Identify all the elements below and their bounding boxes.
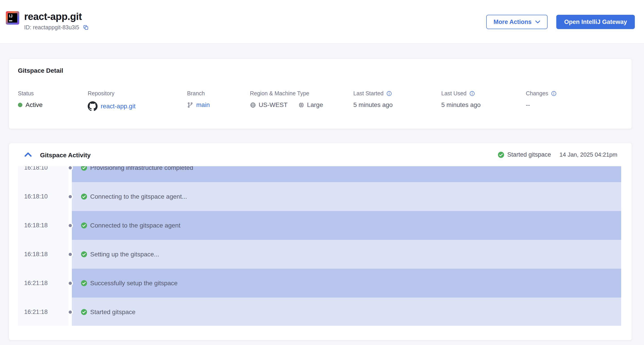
active-status-dot-icon: [18, 103, 22, 107]
last-used-label: Last Used: [441, 90, 466, 97]
check-circle-icon: [81, 166, 87, 171]
detail-col-last-used: Last Used 5 minutes ago: [441, 90, 526, 111]
activity-row: 16:18:18Connected to the gitspace agent: [18, 211, 621, 240]
status-value: Active: [26, 101, 42, 108]
activity-timestamp: 16:18:18: [18, 240, 68, 269]
timeline-dot: [68, 211, 72, 240]
branch-link[interactable]: main: [196, 101, 210, 108]
activity-row: 16:18:10Provisioning infrastructure comp…: [18, 166, 621, 182]
activity-date: 14 Jan, 2025 04:21pm: [560, 151, 617, 158]
activity-row: 16:18:18Setting up the gitspace...: [18, 240, 621, 269]
info-icon[interactable]: [469, 90, 475, 96]
repository-link[interactable]: react-app.git: [101, 103, 136, 110]
more-actions-label: More Actions: [494, 18, 532, 26]
branch-label: Branch: [187, 90, 205, 97]
activity-message: Setting up the gitspace...: [72, 240, 621, 269]
machine-type-value: Large: [307, 101, 323, 108]
activity-message-text: Setting up the gitspace...: [90, 251, 159, 258]
check-circle-icon: [81, 251, 87, 258]
check-circle-icon: [81, 193, 87, 200]
timeline-dot: [68, 182, 72, 211]
last-started-label: Last Started: [353, 90, 384, 97]
copy-icon[interactable]: [83, 24, 89, 30]
activity-log[interactable]: 16:18:10Provisioning infrastructure comp…: [18, 166, 621, 326]
activity-timestamp: 16:18:10: [18, 166, 68, 182]
activity-row: 16:18:10Connecting to the gitspace agent…: [18, 182, 621, 211]
check-circle-icon: [81, 222, 87, 229]
activity-message: Connected to the gitspace agent: [72, 211, 621, 240]
activity-row: 16:21:18Successfully setup the gitspace: [18, 269, 621, 298]
activity-message: Successfully setup the gitspace: [72, 269, 621, 298]
activity-timestamp: 16:18:10: [18, 182, 68, 211]
activity-message: Provisioning infrastructure completed: [72, 166, 621, 182]
page-title: react-app.git: [24, 11, 89, 22]
activity-message-text: Successfully setup the gitspace: [90, 280, 178, 287]
detail-col-region-machine: Region & Machine Type US-WEST: [250, 90, 353, 111]
check-circle-icon: [498, 152, 504, 158]
check-circle-icon: [81, 280, 87, 286]
activity-timestamp: 16:18:18: [18, 211, 68, 240]
last-started-value: 5 minutes ago: [353, 101, 393, 108]
repository-label: Repository: [88, 90, 114, 97]
activity-message-text: Connecting to the gitspace agent...: [90, 193, 187, 200]
changes-value: --: [526, 101, 530, 108]
gitspace-id: ID: reactappgit-83u3i5: [24, 24, 79, 31]
activity-timestamp: 16:21:18: [18, 298, 68, 326]
activity-header: Gitspace Activity Started gitspace 14 Ja…: [9, 143, 632, 166]
region-value: US-WEST: [259, 101, 288, 108]
timeline-dot: [68, 269, 72, 298]
git-branch-icon: [187, 102, 193, 108]
activity-message-text: Connected to the gitspace agent: [90, 222, 180, 229]
timeline-dot: [68, 298, 72, 326]
activity-row: 16:21:18Started gitspace: [18, 298, 621, 326]
brand: IJ react-app.git ID: reactappgit-83u3i5: [6, 11, 89, 31]
open-gateway-button[interactable]: Open IntelliJ Gateway: [556, 15, 635, 29]
activity-title: Gitspace Activity: [40, 152, 91, 159]
timeline-dot: [68, 240, 72, 269]
intellij-logo-inner: IJ: [8, 13, 17, 22]
activity-status-text: Started gitspace: [507, 151, 551, 158]
chevron-down-icon: [535, 20, 540, 24]
machine-type-icon: [298, 102, 304, 108]
timeline-dot: [68, 166, 72, 182]
gitspace-activity-card: Gitspace Activity Started gitspace 14 Ja…: [9, 143, 632, 340]
activity-message-text: Started gitspace: [90, 308, 136, 316]
detail-col-repository: Repository react-app.git: [88, 90, 187, 111]
changes-label: Changes: [526, 90, 548, 97]
page-header: IJ react-app.git ID: reactappgit-83u3i5 …: [0, 0, 644, 44]
activity-timestamp: 16:21:18: [18, 269, 68, 298]
info-icon[interactable]: [386, 90, 392, 96]
check-circle-icon: [81, 309, 87, 315]
detail-col-branch: Branch main: [187, 90, 250, 111]
activity-message-text: Provisioning infrastructure completed: [90, 166, 193, 172]
activity-message: Started gitspace: [72, 298, 621, 326]
more-actions-button[interactable]: More Actions: [486, 15, 548, 29]
detail-col-status: Status Active: [18, 90, 88, 111]
github-icon: [88, 101, 98, 111]
open-gateway-label: Open IntelliJ Gateway: [564, 18, 627, 26]
intellij-logo-underline: [9, 20, 12, 21]
gitspace-detail-card: Gitspace Detail Status Active Repository…: [9, 58, 632, 129]
intellij-logo-icon: IJ: [6, 11, 19, 24]
globe-icon: [250, 102, 256, 108]
detail-col-changes: Changes --: [526, 90, 625, 111]
status-label: Status: [18, 90, 34, 97]
detail-card-title: Gitspace Detail: [18, 67, 63, 74]
last-used-value: 5 minutes ago: [441, 101, 481, 108]
detail-col-last-started: Last Started 5 minutes ago: [353, 90, 441, 111]
info-icon[interactable]: [551, 90, 557, 96]
intellij-logo-letters: IJ: [9, 14, 13, 18]
activity-message: Connecting to the gitspace agent...: [72, 182, 621, 211]
region-machine-label: Region & Machine Type: [250, 90, 309, 97]
collapse-chevron-up-icon[interactable]: [24, 152, 32, 157]
